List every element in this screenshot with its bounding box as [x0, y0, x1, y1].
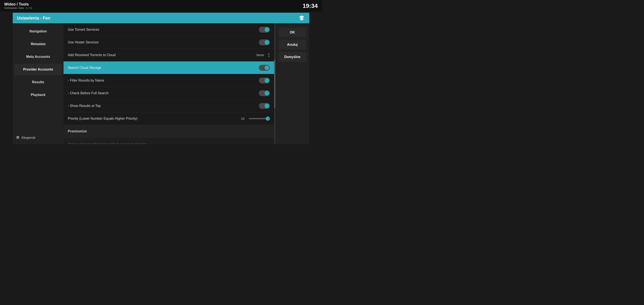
sidebar-item-playback[interactable]: Playback: [14, 89, 62, 100]
top-bar: Wideo / Tools Sortowanie: Data · 1 / 11 …: [0, 0, 322, 12]
dialog-header: Ustawienia - Fen: [13, 13, 309, 23]
resolved-torrents-value: None: [256, 53, 264, 57]
toggle-show-results[interactable]: [259, 103, 270, 109]
dialog-body: Navigation Metadata Meta Accounts Provid…: [13, 23, 309, 144]
sidebar-item-navigation[interactable]: Navigation: [14, 26, 62, 37]
app-subtitle: Sortowanie: Data · 1 / 11: [4, 6, 32, 10]
setting-label-resolved-torrents: Add Resolved Torrents to Cloud: [68, 53, 256, 57]
defaults-button[interactable]: Domyślne: [278, 52, 306, 62]
setting-label-hoster: Use Hoster Services: [68, 40, 259, 44]
info-text: Manage Account Authorization at Tools->A…: [68, 142, 270, 144]
sidebar-item-metadata[interactable]: Metadata: [14, 38, 62, 50]
section-premiumize-label: Premiumize: [68, 130, 270, 133]
priority-slider-container: 10: [241, 117, 270, 120]
right-panel: OK Anuluj Domyślne: [276, 23, 309, 144]
toggle-hoster-services[interactable]: [259, 40, 270, 45]
setting-priority[interactable]: Priority (Lower Number Equals Higher Pri…: [64, 112, 274, 125]
sidebar: Navigation Metadata Meta Accounts Provid…: [13, 23, 64, 144]
setting-label-cloud-storage: Search Cloud Storage: [68, 66, 259, 70]
sidebar-footer: ⚙ Ekspercki: [13, 132, 64, 142]
kodi-icon[interactable]: [298, 14, 305, 22]
settings-list: Use Torrent Services Use Hoster Services…: [64, 23, 274, 144]
sidebar-item-meta-accounts[interactable]: Meta Accounts: [14, 51, 62, 62]
setting-add-resolved-torrents[interactable]: Add Resolved Torrents to Cloud None ▲ ▼: [64, 49, 274, 62]
app-info: Wideo / Tools Sortowanie: Data · 1 / 11: [4, 2, 32, 10]
priority-value: 10: [241, 117, 244, 120]
ok-button[interactable]: OK: [278, 28, 306, 37]
sidebar-item-provider-accounts[interactable]: Provider Accounts: [14, 64, 62, 75]
scroll-indicator[interactable]: [274, 23, 276, 144]
setting-check-before-full-search[interactable]: - Check Before Full Search: [64, 87, 274, 100]
dropdown-arrows[interactable]: ▲ ▼: [268, 53, 270, 58]
info-manage-account: Manage Account Authorization at Tools->A…: [64, 138, 274, 144]
priority-slider-thumb[interactable]: [266, 116, 270, 121]
clock: 19:34: [302, 2, 318, 9]
setting-search-cloud-storage[interactable]: Search Cloud Storage: [64, 62, 274, 74]
setting-label-filter-results: - Filter Results by Name: [68, 78, 259, 82]
dialog-title: Ustawienia - Fen: [17, 16, 50, 20]
setting-show-results-at-top[interactable]: - Show Results at Top: [64, 100, 274, 112]
expert-label: Ekspercki: [22, 136, 36, 139]
setting-label-check-before: - Check Before Full Search: [68, 91, 259, 95]
setting-filter-results-by-name[interactable]: - Filter Results by Name: [64, 74, 274, 87]
setting-use-hoster-services[interactable]: Use Hoster Services: [64, 36, 274, 49]
toggle-check-before[interactable]: [259, 90, 270, 96]
app-title: Wideo / Tools: [4, 2, 32, 6]
toggle-torrent-services[interactable]: [259, 27, 270, 32]
sidebar-item-results[interactable]: Results: [14, 76, 62, 88]
setting-label-priority: Priority (Lower Number Equals Higher Pri…: [68, 117, 241, 120]
content-area: Use Torrent Services Use Hoster Services…: [64, 23, 274, 144]
section-premiumize: Premiumize: [64, 125, 274, 138]
gear-icon: ⚙: [16, 135, 20, 140]
cancel-button[interactable]: Anuluj: [278, 40, 306, 50]
setting-label-torrent: Use Torrent Services: [68, 28, 259, 32]
scroll-thumb: [274, 60, 276, 108]
arrow-up-icon: ▲: [268, 53, 270, 55]
arrow-down-icon: ▼: [268, 55, 270, 58]
settings-dialog: Ustawienia - Fen Navigation Metadata Met…: [13, 13, 309, 144]
toggle-filter-results[interactable]: [259, 78, 270, 84]
setting-label-show-results: - Show Results at Top: [68, 104, 259, 108]
setting-use-torrent-services[interactable]: Use Torrent Services: [64, 23, 274, 36]
priority-slider-track[interactable]: [249, 118, 270, 119]
toggle-cloud-storage[interactable]: [259, 65, 270, 71]
